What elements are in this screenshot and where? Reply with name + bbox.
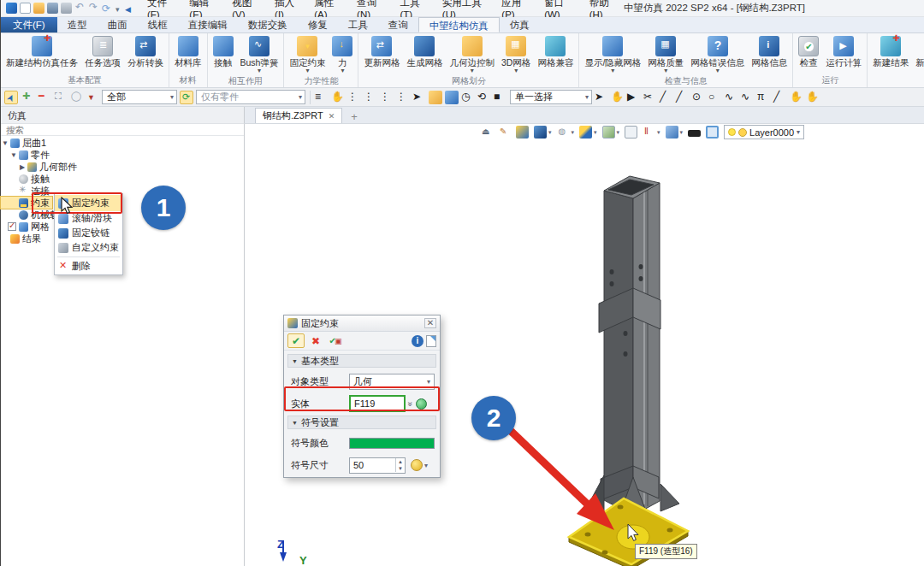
curve-1-icon[interactable]: ∿ bbox=[725, 91, 738, 104]
run-calc-button[interactable]: 运行计算 bbox=[822, 34, 865, 68]
grab-1-icon[interactable]: ✋ bbox=[790, 91, 803, 104]
dropdown-arrow-icon[interactable]: ▾ bbox=[258, 68, 261, 74]
exit-icon[interactable] bbox=[480, 126, 493, 139]
filter-scope-select[interactable]: 全部▾ bbox=[102, 90, 177, 104]
dropdown-arrow-icon[interactable]: ▾ bbox=[716, 68, 720, 74]
menu-item-custom-constraint[interactable]: 自定义约束 bbox=[55, 240, 122, 255]
new-structural-task-button[interactable]: 新建结构仿真任务 bbox=[3, 34, 81, 68]
tab-repair[interactable]: 修复 bbox=[298, 17, 338, 32]
save-icon[interactable] bbox=[47, 3, 58, 14]
tree-item-constraint[interactable]: 约束 bbox=[1, 197, 52, 209]
snap-4-icon[interactable]: ⋮ bbox=[396, 91, 410, 104]
face-color-icon[interactable] bbox=[579, 126, 592, 139]
point-circle-icon[interactable]: ⊙ bbox=[692, 91, 706, 104]
viewport-window-icon[interactable] bbox=[625, 126, 637, 139]
dropdown-arrow-icon[interactable]: ▾ bbox=[341, 68, 344, 74]
pi-icon[interactable]: π bbox=[757, 91, 771, 104]
close-tab-icon[interactable]: ✕ bbox=[329, 112, 335, 121]
pick-tool-icon[interactable] bbox=[4, 91, 18, 104]
tree-item-geometry[interactable]: ▶ 几何部件 bbox=[1, 161, 244, 173]
tab-simulation[interactable]: 仿真 bbox=[500, 17, 540, 32]
info-icon[interactable]: i bbox=[412, 335, 424, 347]
expander-icon[interactable]: ▶ bbox=[18, 163, 27, 171]
trim-icon[interactable]: ✂ bbox=[643, 91, 657, 104]
dropdown-arrow-icon[interactable]: ▾ bbox=[471, 68, 474, 74]
section-view-icon[interactable] bbox=[643, 126, 655, 139]
symbol-size-stepper[interactable]: 50 ▲▼ bbox=[349, 457, 406, 474]
layer-selector[interactable]: Layer0000 ▾ bbox=[724, 125, 804, 139]
line-1-icon[interactable]: ╱ bbox=[660, 91, 673, 104]
print-icon[interactable] bbox=[61, 3, 72, 14]
circle-icon[interactable]: ○ bbox=[708, 91, 722, 104]
apply-button[interactable]: ✔ bbox=[327, 333, 344, 348]
dropdown-arrow-icon[interactable]: ▾ bbox=[514, 68, 518, 74]
snap-1-icon[interactable]: ⋮ bbox=[347, 91, 361, 104]
circle-pick-icon[interactable] bbox=[69, 91, 83, 104]
mesh-error-info-button[interactable]: 网格错误信息▾ bbox=[687, 34, 748, 74]
analysis-convert-button[interactable]: 分析转换 bbox=[124, 34, 167, 68]
tab-tools[interactable]: 工具 bbox=[338, 17, 378, 32]
dialog-close-icon[interactable]: ✕ bbox=[424, 318, 436, 328]
check-button[interactable]: 检查 bbox=[795, 34, 822, 68]
mesh-checkbox[interactable] bbox=[8, 222, 16, 231]
expander-icon[interactable]: ▼ bbox=[1, 139, 9, 147]
update-mesh-button[interactable]: 更新网格 bbox=[360, 34, 403, 68]
curve-2-icon[interactable]: ∿ bbox=[741, 91, 755, 104]
mesh-quality-button[interactable]: 网格质量▾ bbox=[644, 34, 687, 74]
line-3-icon[interactable]: ╱ bbox=[773, 91, 787, 104]
remove-pick-icon[interactable] bbox=[37, 91, 50, 104]
new-file-icon[interactable] bbox=[20, 3, 31, 14]
tab-structural-simulation[interactable]: 中望结构仿真 bbox=[418, 17, 500, 32]
symbol-color-swatch[interactable] bbox=[349, 438, 435, 449]
material-library-button[interactable]: 材料库 bbox=[171, 34, 205, 68]
entity-input[interactable]: F119 bbox=[349, 395, 406, 412]
grab-2-icon[interactable]: ✋ bbox=[806, 91, 820, 104]
undo-icon[interactable] bbox=[74, 3, 86, 14]
wireframe-mode-icon[interactable] bbox=[557, 126, 570, 139]
snap-2-icon[interactable]: ⋮ bbox=[364, 91, 377, 104]
entity-filter-select[interactable]: 仅有零件▾ bbox=[196, 90, 305, 104]
texture-icon[interactable] bbox=[602, 126, 615, 139]
loop-icon[interactable]: ⟲ bbox=[477, 91, 491, 104]
symbol-style-icon[interactable] bbox=[411, 459, 423, 471]
pan-hand-icon[interactable]: ✋ bbox=[611, 91, 625, 104]
pick-entity-icon[interactable] bbox=[416, 398, 427, 410]
quick-access-dropdown-icon[interactable] bbox=[116, 3, 122, 14]
dropdown-arrow-icon[interactable]: ▾ bbox=[664, 68, 667, 74]
shade-mode-icon[interactable] bbox=[534, 126, 547, 139]
window-pick-icon[interactable] bbox=[53, 91, 67, 104]
tab-file[interactable]: 文件(F) bbox=[1, 17, 57, 32]
select-arrow-icon[interactable]: ➤ bbox=[595, 91, 608, 104]
quick-shade-icon[interactable] bbox=[516, 126, 529, 139]
expand-chevron-icon[interactable]: » bbox=[406, 401, 415, 406]
history-icon[interactable] bbox=[429, 91, 442, 104]
panel-header-simulation[interactable]: 仿真 bbox=[1, 107, 245, 124]
force-button[interactable]: 力▾ bbox=[329, 34, 356, 74]
tab-direct-edit[interactable]: 直接编辑 bbox=[178, 17, 238, 32]
new-tab-icon[interactable]: + bbox=[342, 110, 366, 123]
cancel-button[interactable]: ✖ bbox=[307, 333, 324, 348]
open-file-icon[interactable] bbox=[33, 3, 44, 14]
tree-item-buckling[interactable]: ▼ 屈曲1 bbox=[1, 137, 244, 149]
tab-surface[interactable]: 曲面 bbox=[98, 17, 138, 32]
mesh-compat-button[interactable]: 网格兼容 bbox=[534, 34, 577, 68]
new-result-button[interactable]: 新建结果 bbox=[869, 34, 912, 68]
stop-icon[interactable]: ■ bbox=[494, 91, 507, 104]
selection-mode-select[interactable]: 单一选择▾ bbox=[510, 90, 592, 104]
section-symbol-settings[interactable]: 符号设置 bbox=[287, 416, 436, 429]
tab-wireframe[interactable]: 线框 bbox=[138, 17, 178, 32]
object-type-select[interactable]: 几何▾ bbox=[349, 374, 435, 390]
tab-inquire[interactable]: 查询 bbox=[378, 17, 418, 32]
fixed-constraint-button[interactable]: 固定约束▾ bbox=[286, 34, 329, 74]
section-basic-type[interactable]: 基本类型 bbox=[287, 354, 436, 368]
regen-icon[interactable] bbox=[102, 3, 113, 14]
add-pick-icon[interactable] bbox=[21, 91, 34, 104]
edge-control-button[interactable]: 几何边控制▾ bbox=[446, 34, 498, 74]
search-input[interactable] bbox=[6, 125, 239, 135]
menu-item-fixed-hinge[interactable]: 固定铰链 bbox=[55, 226, 122, 240]
collapse-icon[interactable] bbox=[125, 3, 132, 14]
help-page-icon[interactable] bbox=[426, 335, 436, 347]
menu-item-delete[interactable]: 删除 bbox=[55, 259, 122, 274]
mesh-3d-button[interactable]: 3D网格▾ bbox=[498, 34, 534, 74]
bush-spring-button[interactable]: Bush弹簧▾ bbox=[237, 34, 282, 74]
